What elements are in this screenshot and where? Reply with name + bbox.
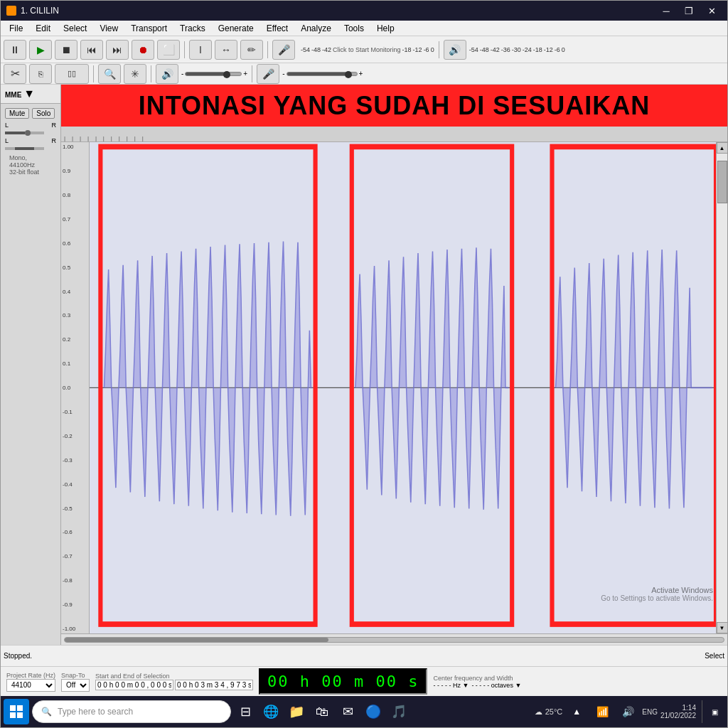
project-rate-select[interactable]: 44100	[6, 679, 55, 692]
scroll-track[interactable]	[717, 154, 728, 622]
cut-tool[interactable]: ✂	[4, 64, 26, 84]
pause-button[interactable]: ⏸	[4, 40, 26, 60]
maximize-button[interactable]: ❐	[679, 4, 699, 18]
stop-button[interactable]: ⏹	[55, 40, 77, 60]
vol-minus: -	[181, 70, 183, 77]
pencil-tool[interactable]: ✏	[240, 40, 263, 60]
svg-rect-8	[17, 712, 23, 718]
taskbar: 🔍 Type here to search ⊟ 🌐 📁 🛍 ✉ 🔵 🎵 ☁ 25…	[1, 696, 727, 727]
selection-end-input[interactable]	[175, 680, 253, 690]
tools-sep3	[252, 65, 252, 82]
menu-select[interactable]: Select	[58, 22, 92, 35]
meter-level-2: -48	[311, 46, 321, 53]
meter-level-3: -42	[322, 46, 331, 53]
volume-slider-container: - +	[181, 70, 247, 77]
y-axis: 1.00 0.9 0.8 0.7 0.6 0.5 0.4 0.3 0.2 0.1…	[61, 142, 90, 633]
mute-button[interactable]: Mute	[5, 108, 29, 119]
selection-inputs	[95, 680, 253, 690]
menu-view[interactable]: View	[94, 22, 124, 35]
right-label: R	[52, 122, 57, 129]
solo-button[interactable]: Solo	[32, 108, 55, 119]
windows-icon	[9, 705, 23, 719]
edge-icon[interactable]: 🌐	[259, 700, 282, 723]
click-to-start-monitoring[interactable]: Click to Start Monitoring	[333, 46, 401, 53]
scroll-down-button[interactable]: ▼	[717, 622, 728, 633]
scroll-thumb[interactable]	[717, 161, 727, 203]
minimize-button[interactable]: ─	[656, 4, 676, 18]
speaker-button[interactable]: 🔊	[444, 40, 466, 60]
start-button[interactable]	[4, 699, 29, 724]
select-tool[interactable]: ↔	[215, 40, 237, 60]
record-button[interactable]: ⏺	[132, 40, 154, 60]
h-scrollbar-thumb[interactable]	[65, 638, 328, 642]
cursor-tool[interactable]: I	[189, 40, 212, 60]
meter-level-5: -12	[413, 46, 422, 53]
mic-slider[interactable]	[287, 72, 358, 76]
selection-start-input[interactable]	[95, 680, 173, 690]
play-button[interactable]: ▶	[29, 40, 52, 60]
track-info: Mono, 44100Hz32-bit float	[5, 153, 56, 177]
meter-level-7: 0	[431, 46, 434, 53]
waveform-row: 1.00 0.9 0.8 0.7 0.6 0.5 0.4 0.3 0.2 0.1…	[61, 142, 727, 633]
pan-track-slider[interactable]	[5, 147, 44, 150]
media-icon[interactable]: 🎵	[387, 700, 410, 723]
show-desktop-button[interactable]: ▣	[702, 700, 724, 723]
menu-edit[interactable]: Edit	[30, 22, 56, 35]
zoom-in-tool[interactable]: 🔍	[98, 64, 121, 84]
menu-effect[interactable]: Effect	[261, 22, 294, 35]
store-icon[interactable]: 🛍	[311, 700, 333, 723]
chrome-icon[interactable]: 🔵	[362, 700, 385, 723]
copy-tool[interactable]: ⎘	[29, 64, 52, 84]
vertical-scrollbar[interactable]: ▲ ▼	[716, 142, 727, 633]
meter-levels-row1b: -54 -48 -42 -36 -30 -24 -18 -12 -6 0	[469, 46, 565, 53]
time-ruler-labels: | | | | | | | | | | |	[64, 135, 144, 141]
trim-tool[interactable]: ▯▯	[55, 64, 89, 84]
snap-to-label: Snap-To	[61, 672, 90, 679]
mic-slider-container: - +	[282, 70, 363, 77]
menu-help[interactable]: Help	[371, 22, 400, 35]
lr-labels-2: L R	[5, 137, 56, 144]
snap-to-select[interactable]: Off	[61, 679, 90, 692]
menu-tools[interactable]: Tools	[338, 22, 370, 35]
close-button[interactable]: ✕	[702, 4, 722, 18]
status-bar: Stopped. Select	[1, 645, 727, 666]
skip-back-button[interactable]: ⏮	[80, 40, 103, 60]
volume-slider[interactable]	[185, 72, 242, 76]
mail-icon[interactable]: ✉	[336, 700, 359, 723]
scroll-up-button[interactable]: ▲	[717, 142, 728, 154]
explorer-icon[interactable]: 📁	[285, 700, 308, 723]
menu-tracks[interactable]: Tracks	[174, 22, 211, 35]
mic-button[interactable]: 🎤	[272, 40, 295, 60]
task-view-button[interactable]: ⊟	[234, 700, 257, 723]
system-tray-up[interactable]: ▲	[565, 700, 588, 723]
taskbar-search[interactable]: 🔍 Type here to search	[32, 700, 231, 723]
network-icon[interactable]: 📶	[591, 700, 614, 723]
menu-analyze[interactable]: Analyze	[295, 22, 337, 35]
weather-widget: ☁ 25°C	[535, 707, 563, 717]
menu-file[interactable]: File	[4, 22, 28, 35]
track-panel: MME ▼ Mute Solo L R L R	[1, 85, 61, 645]
volume-tool[interactable]: 🔊	[156, 64, 178, 84]
horizontal-scrollbar[interactable]	[61, 633, 727, 645]
skip-forward-button[interactable]: ⏭	[106, 40, 129, 60]
loop-button[interactable]: ⬜	[157, 40, 180, 60]
annotation-banner: INTONASI YANG SUDAH DI SESUAIKAN	[61, 85, 727, 127]
meter-level-6: -6	[424, 46, 429, 53]
freq-oct: - - - - - octaves ▼	[471, 682, 521, 689]
volume-icon[interactable]: 🔊	[616, 700, 639, 723]
waveform-canvas[interactable]: /* waveform drawn in SVG below */	[90, 142, 716, 633]
stopped-status: Stopped.	[4, 652, 32, 660]
menu-generate[interactable]: Generate	[213, 22, 259, 35]
zoom-out-tool[interactable]: ✳	[124, 64, 146, 84]
bottom-select-label: Select	[705, 652, 724, 660]
tools-toolbar: ✂ ⎘ ▯▯ 🔍 ✳ 🔊 - + 🎤 - +	[1, 63, 727, 85]
mic-input-button[interactable]: 🎤	[257, 64, 279, 84]
dropdown-arrow[interactable]: ▼	[23, 87, 35, 100]
weather-icon: ☁	[535, 707, 542, 717]
volume-track-slider[interactable]	[5, 132, 44, 134]
time-ruler: | | | | | | | | | | |	[61, 127, 727, 142]
project-rate-group: Project Rate (Hz) 44100	[6, 672, 55, 692]
h-scrollbar-track[interactable]	[64, 637, 724, 643]
menu-transport[interactable]: Transport	[125, 22, 173, 35]
titlebar: 1. CILILIN ─ ❐ ✕	[1, 1, 727, 21]
